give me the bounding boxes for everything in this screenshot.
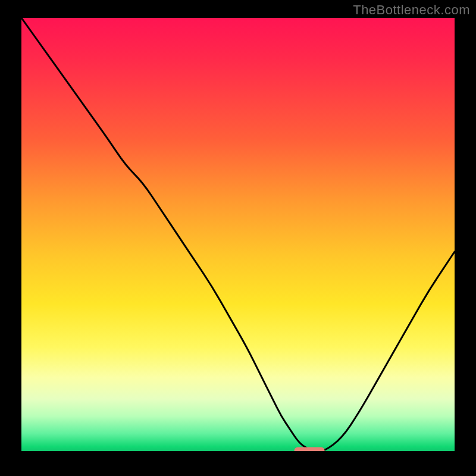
optimal-marker (295, 447, 325, 452)
bottleneck-curve (21, 18, 455, 451)
chart-frame: TheBottleneck.com (0, 0, 476, 476)
curve-path (21, 18, 455, 451)
watermark-text: TheBottleneck.com (353, 2, 470, 18)
plot-area (21, 18, 455, 451)
